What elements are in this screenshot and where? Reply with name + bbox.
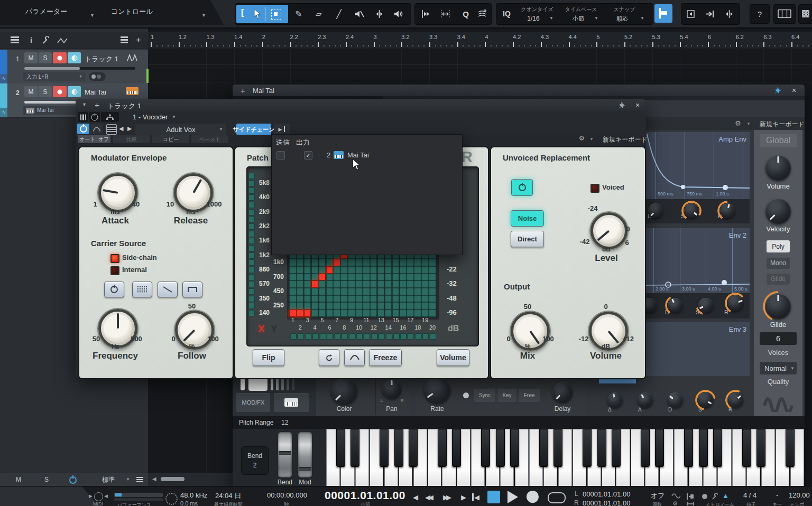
- listen-tool-icon[interactable]: [394, 10, 404, 18]
- matrix-cell[interactable]: [355, 302, 363, 310]
- matrix-cell[interactable]: [297, 280, 304, 288]
- matrix-cell[interactable]: [297, 259, 304, 266]
- matrix-cell[interactable]: [429, 288, 436, 295]
- matrix-cell[interactable]: [363, 310, 370, 317]
- matrix-cell[interactable]: [319, 288, 326, 295]
- matrix-cell[interactable]: [304, 288, 311, 295]
- punch2-icon[interactable]: [687, 502, 694, 505]
- matrix-cell[interactable]: [355, 280, 363, 288]
- matrix-cell[interactable]: [407, 288, 414, 295]
- matrix-cell[interactable]: [304, 274, 311, 281]
- matrix-cell[interactable]: [414, 288, 421, 295]
- matrix-band-led[interactable]: [248, 223, 255, 230]
- matrix-cell[interactable]: [400, 274, 407, 281]
- timebase-value[interactable]: 小節: [573, 15, 584, 23]
- freeze-button[interactable]: Freeze: [369, 349, 402, 366]
- matrix-cell[interactable]: [304, 266, 311, 274]
- eraser-tool-icon[interactable]: ▱: [316, 10, 322, 18]
- matrix-cell[interactable]: [421, 259, 429, 266]
- matrix-cell[interactable]: [370, 259, 377, 266]
- matrix-cell[interactable]: [385, 259, 392, 266]
- matrix-cell[interactable]: [421, 280, 429, 288]
- sidechain-button[interactable]: サイドチェーン: [236, 124, 271, 135]
- matrix-cell[interactable]: [377, 295, 385, 303]
- matrix-cell[interactable]: [326, 302, 334, 310]
- matrix-cell[interactable]: [340, 274, 348, 281]
- matrix-cell[interactable]: [355, 310, 363, 317]
- matrix-cell[interactable]: [400, 266, 407, 274]
- matrix-col-led[interactable]: [334, 333, 340, 340]
- menu-item-name[interactable]: Mai Tai: [347, 151, 369, 159]
- matrix-cell[interactable]: [289, 259, 297, 266]
- matrix-cell[interactable]: [289, 288, 297, 295]
- matrix-cell[interactable]: [377, 288, 385, 295]
- matrix-cell[interactable]: [340, 310, 348, 317]
- control-tab[interactable]: コントロール: [111, 7, 153, 16]
- matrix-cell[interactable]: [297, 295, 304, 303]
- matrix-col-led[interactable]: [393, 333, 400, 340]
- punch-icon[interactable]: [687, 493, 694, 500]
- quantize-value[interactable]: 1/16: [527, 15, 539, 22]
- matrix-cell[interactable]: [311, 280, 319, 288]
- timebase-chevron-icon[interactable]: ▼: [594, 16, 598, 21]
- parameter-chevron-icon[interactable]: ▼: [90, 13, 95, 18]
- matrix-cell[interactable]: [400, 280, 407, 288]
- matrix-col-led[interactable]: [364, 333, 370, 340]
- matrix-cell[interactable]: [297, 266, 304, 274]
- matrix-col-led[interactable]: [320, 333, 326, 340]
- output-routing-button[interactable]: ▶: [274, 124, 290, 135]
- matrix-band-led[interactable]: [248, 274, 255, 280]
- matrix-cell[interactable]: [304, 259, 311, 266]
- forward-button[interactable]: ▶▶: [443, 493, 449, 501]
- vocoder-add-icon[interactable]: +: [95, 100, 99, 109]
- matrix-col-led[interactable]: [305, 333, 311, 340]
- matrix-cell[interactable]: [289, 302, 297, 310]
- matrix-cell[interactable]: [319, 310, 326, 317]
- matrix-cell[interactable]: [311, 288, 319, 295]
- matrix-cell[interactable]: [377, 274, 385, 281]
- matrix-cell[interactable]: [400, 310, 407, 317]
- matrix-cell[interactable]: [326, 266, 334, 274]
- matrix-band-led[interactable]: [248, 238, 255, 244]
- matrix-cell[interactable]: [407, 280, 414, 288]
- browser-button[interactable]: [798, 4, 812, 24]
- level-knob[interactable]: [590, 212, 628, 249]
- insert-slot-name[interactable]: 1 - Vocoder: [133, 113, 168, 121]
- matrix-cell[interactable]: [377, 302, 385, 310]
- matrix-cell[interactable]: [392, 259, 400, 266]
- matrix-cell[interactable]: [311, 295, 319, 303]
- vocoder-close-icon[interactable]: ×: [635, 101, 640, 109]
- matrix-band-led[interactable]: [248, 216, 255, 222]
- direct-button[interactable]: Direct: [511, 231, 544, 247]
- record-mode-icon[interactable]: [702, 494, 707, 499]
- quantize-chevron-icon[interactable]: ▼: [549, 16, 553, 21]
- matrix-cell[interactable]: [385, 266, 392, 274]
- matrix-cell[interactable]: [400, 302, 407, 310]
- carrier-square-button[interactable]: [182, 282, 202, 297]
- matrix-cell[interactable]: [407, 302, 414, 310]
- matrix-cell[interactable]: [348, 288, 355, 295]
- followplay-icon[interactable]: [706, 10, 715, 18]
- matrix-cell[interactable]: [429, 274, 436, 281]
- matrix-band-led[interactable]: [248, 259, 255, 266]
- matrix-band-led[interactable]: [248, 281, 255, 287]
- matrix-cell[interactable]: [348, 266, 355, 274]
- matrix-band-led[interactable]: [248, 202, 255, 208]
- unvoiced-power-button[interactable]: [511, 179, 533, 196]
- matrix-cell[interactable]: [421, 310, 429, 317]
- matrix-cell[interactable]: [348, 280, 355, 288]
- matrix-band-led[interactable]: [248, 231, 255, 237]
- matrix-col-led[interactable]: [356, 333, 363, 340]
- vocoder-pin-icon[interactable]: [619, 101, 626, 109]
- matrix-col-led[interactable]: [400, 333, 407, 340]
- performance-meter[interactable]: [114, 493, 163, 497]
- matrix-cell[interactable]: [385, 295, 392, 303]
- matrix-cell[interactable]: [429, 310, 436, 317]
- matrix-band-led[interactable]: [248, 267, 255, 273]
- compare-button[interactable]: 比較: [113, 135, 150, 143]
- matrix-cell[interactable]: [370, 274, 377, 281]
- key-value[interactable]: -: [776, 491, 778, 499]
- matrix-cell[interactable]: [421, 288, 429, 295]
- play-button[interactable]: [508, 491, 518, 503]
- prev-bar-button[interactable]: ◀: [413, 493, 418, 501]
